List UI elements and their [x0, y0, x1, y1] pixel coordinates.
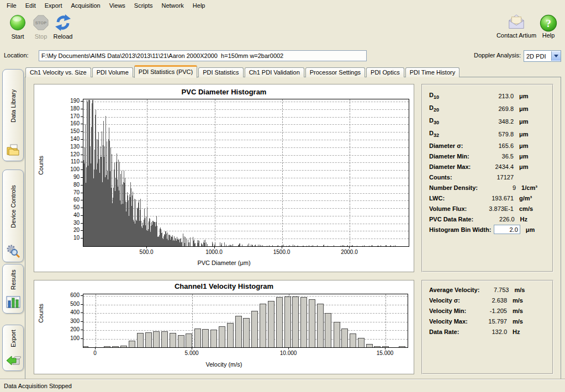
menu-item-edit[interactable]: Edit: [21, 1, 40, 10]
stat-value: 2434.4: [471, 163, 514, 170]
y-tick-label: 100: [62, 166, 80, 172]
tab-processor-settings[interactable]: Processor Settings: [305, 67, 365, 77]
menu-item-file[interactable]: File: [2, 1, 21, 10]
stat-unit: m/s: [507, 297, 529, 304]
histogram-bar: [366, 344, 373, 347]
stat-unit: Hz: [515, 216, 539, 223]
histogram-bar: [288, 246, 289, 246]
stat-unit: μm: [514, 142, 539, 149]
histogram-bar: [283, 245, 284, 246]
reload-button[interactable]: Reload: [51, 14, 75, 40]
histogram-bar: [311, 246, 312, 246]
tab-pdi-time-history[interactable]: PDI Time History: [405, 67, 460, 77]
gridline: [386, 294, 386, 347]
doppler-analysis-value: 2D PDI: [524, 53, 551, 60]
tab-ch1-pdi-validation[interactable]: Ch1 PDI Validation: [245, 67, 304, 77]
start-button[interactable]: Start: [6, 14, 30, 40]
location-input[interactable]: [39, 50, 367, 61]
stat-unit: m/s: [507, 308, 529, 314]
stat-label: PVC Data Rate:: [429, 216, 473, 223]
gridline: [83, 178, 409, 178]
tab-pdi-volume[interactable]: PDI Volume: [92, 67, 133, 77]
sidebar-item-export[interactable]: Export: [2, 325, 24, 371]
pvc-diameter-histogram-box: PVC Diameter HistogramCounts102030405060…: [34, 84, 414, 272]
stat-unit: μm: [520, 226, 539, 233]
tab-ch1-velocity-vs-size[interactable]: Ch1 Velocity vs. Size: [25, 67, 91, 77]
histogram-bar: [300, 297, 307, 347]
help-button[interactable]: ?Help: [537, 14, 560, 39]
histogram-bar: [272, 245, 273, 246]
histogram-bar: [313, 245, 313, 246]
histogram-bar: [341, 329, 348, 347]
histogram-bar: [324, 245, 324, 246]
histogram-bar: [202, 329, 209, 347]
menu-item-scripts[interactable]: Scripts: [130, 1, 157, 10]
dropdown-button[interactable]: [551, 51, 561, 61]
stat-label: Average Velocity:: [429, 287, 479, 293]
gridline: [83, 109, 409, 110]
sidebar-item-device-controls[interactable]: Device Controls: [2, 169, 24, 262]
histogram-bar: [309, 245, 309, 246]
y-tick-mark: [81, 193, 83, 193]
tab-pdi-statistics-pvc-[interactable]: PDI Statistics (PVC): [134, 65, 197, 78]
y-tick-label: 600: [62, 292, 80, 298]
sidebar: Data LibraryDevice ControlsResultsExport: [0, 62, 25, 380]
stat-label: Diameter Max:: [429, 163, 471, 170]
contact-artium-button[interactable]: Contact Artium: [493, 14, 540, 39]
gridline: [83, 124, 409, 125]
gridline: [282, 99, 283, 246]
menu-item-export[interactable]: Export: [40, 1, 67, 10]
menu-item-help[interactable]: Help: [188, 1, 210, 10]
x-tick-mark: [282, 246, 282, 248]
help-icon: ?: [539, 14, 558, 30]
plot-area: [83, 99, 409, 247]
histogram-bar: [255, 245, 256, 246]
histogram-bar: [240, 243, 240, 246]
histogram-bar: [185, 237, 186, 246]
sidebar-item-label: Device Controls: [10, 170, 17, 243]
sidebar-item-results[interactable]: Results: [2, 264, 24, 314]
histogram-bar: [229, 245, 229, 246]
menu-item-network[interactable]: Network: [157, 1, 188, 10]
stat-label: Velocity σ:: [429, 297, 474, 304]
histogram-bar: [249, 243, 249, 246]
tab-pdi-statistics[interactable]: PDI Statistics: [198, 67, 243, 77]
histogram-bar: [269, 245, 270, 246]
gridline: [350, 99, 350, 246]
gridline: [83, 117, 409, 118]
envelope-icon: [507, 14, 526, 30]
y-tick-mark: [81, 169, 83, 170]
stat-value: 17127: [471, 174, 514, 181]
stop-button[interactable]: STOPStop: [29, 14, 53, 40]
doppler-analysis-select[interactable]: 2D PDI: [524, 50, 561, 62]
stat-unit: 1/cm³: [516, 184, 539, 191]
gridline: [83, 102, 409, 102]
menu-item-views[interactable]: Views: [105, 1, 130, 10]
stat-unit: g/m³: [514, 195, 539, 202]
histogram-bar: [83, 346, 88, 347]
y-tick-mark: [81, 177, 83, 178]
x-tick-label: 5.000: [174, 350, 209, 356]
sidebar-item-data-library[interactable]: Data Library: [2, 69, 24, 161]
diameter-stat-row: D32579.8μm: [429, 128, 539, 140]
histogram-bar: [289, 245, 290, 246]
histogram-bar: [340, 246, 341, 246]
y-tick-mark: [81, 338, 83, 339]
histogram-bar: [371, 245, 372, 246]
menu-item-acquisition[interactable]: Acquisition: [67, 1, 105, 10]
y-tick-mark: [81, 124, 83, 124]
histogram-bar: [178, 335, 184, 347]
y-tick-label: 170: [62, 113, 80, 119]
gridline: [83, 305, 408, 305]
histogram-bar: [206, 242, 207, 246]
stat-value: 15.797: [474, 318, 507, 325]
sidebar-item-label: Data Library: [10, 70, 17, 142]
histogram-bin-width-input[interactable]: [494, 225, 520, 234]
histogram-bar: [221, 243, 222, 246]
app-window: { "window": { "status_bar": "Data Acquis…: [0, 0, 565, 392]
diameter-stat-row: Histogram Bin Width:μm: [429, 224, 539, 235]
diameter-stat-row: Volume Flux:3.873E-1cm/s: [429, 203, 539, 214]
histogram-bar: [194, 329, 201, 347]
tab-pdi-optics[interactable]: PDI Optics: [366, 67, 404, 77]
stop-icon: STOP: [32, 14, 50, 31]
